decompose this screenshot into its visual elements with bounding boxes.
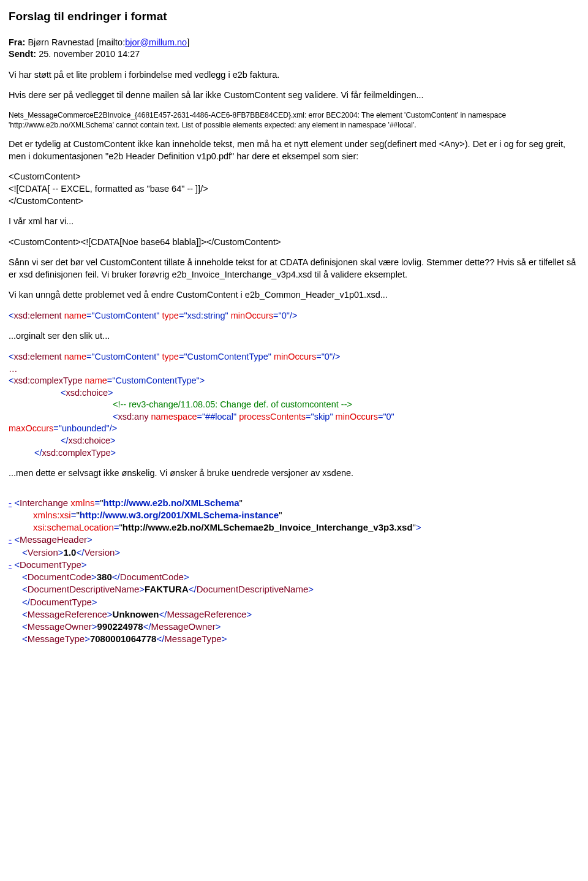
close: /> bbox=[333, 352, 341, 361]
from-line: Fra: Bjørn Ravnestad [mailto:bjor@millum… bbox=[9, 37, 583, 49]
paragraph-8: ...men dette er selvsagt ikke ønskelig. … bbox=[9, 467, 583, 480]
cc-open: <CustomContent> bbox=[9, 171, 583, 183]
attr-min: minOccurs bbox=[271, 352, 316, 361]
min-val: "0" bbox=[383, 412, 394, 422]
paragraph-7: ...orginalt ser den slik ut... bbox=[9, 330, 583, 342]
xmlns-val: http://www.e2b.no/XMLSchema bbox=[104, 497, 239, 508]
docdesc-tag: DocumentDescriptiveName bbox=[197, 584, 309, 594]
docdesc-val: FAKTURA bbox=[145, 584, 189, 594]
doctype-open: - <DocumentType> bbox=[9, 559, 583, 571]
version-line: <Version>1.0</Version> bbox=[9, 546, 583, 559]
paragraph-6: Vi kan unngå dette problemet ved å endre… bbox=[9, 289, 583, 301]
from-label: Fra: bbox=[9, 37, 25, 47]
msgref-val: Unknowen bbox=[113, 609, 159, 619]
attr-name: name bbox=[62, 352, 86, 361]
msgtype-line: <MessageType>7080001064778</MessageType> bbox=[9, 633, 583, 645]
eq: = bbox=[273, 311, 278, 320]
max-attr: maxOccurs bbox=[9, 423, 53, 433]
ct-name-val: "CustomContentType" bbox=[112, 376, 199, 385]
elem: xsd:element bbox=[13, 311, 61, 320]
doccode-tag: DocumentCode bbox=[28, 572, 91, 582]
choice: xsd:choice bbox=[69, 436, 111, 445]
attr-val: "CustomContent" bbox=[91, 352, 159, 361]
xsd-any: <xsd:any namespace="##local" processCont… bbox=[9, 411, 583, 423]
collapse-toggle[interactable]: - bbox=[9, 534, 12, 545]
pc-attr: processContents bbox=[236, 412, 306, 422]
paragraph-2: Hvis dere ser på vedlegget til denne mai… bbox=[9, 89, 583, 102]
attr-name: name bbox=[83, 376, 107, 385]
dots: … bbox=[9, 363, 583, 376]
schema-loc: xsi:schemaLocation="http://www.e2b.no/XM… bbox=[9, 521, 583, 534]
msgheader-open: - <MessageHeader> bbox=[9, 534, 583, 546]
doccode-line: <DocumentCode>380</DocumentCode> bbox=[9, 571, 583, 583]
xmlnsxsi-attr: xmlns:xsi bbox=[33, 510, 71, 520]
eq: = bbox=[316, 352, 321, 361]
elem: xsd:element bbox=[13, 352, 61, 361]
msgtype-tag: MessageType bbox=[164, 633, 221, 644]
msgowner-line: <MessageOwner>990224978</MessageOwner> bbox=[9, 621, 583, 633]
choice: xsd:choice bbox=[66, 388, 108, 398]
doccode-val: 380 bbox=[97, 572, 112, 582]
interchange-open: - <Interchange xmlns="http://www.e2b.no/… bbox=[9, 497, 583, 509]
sent-value: 25. november 2010 14:27 bbox=[36, 49, 140, 59]
msgowner-tag: MessageOwner bbox=[28, 621, 92, 632]
docdesc-line: <DocumentDescriptiveName>FAKTURA</Docume… bbox=[9, 583, 583, 596]
choice-close: </xsd:choice> bbox=[9, 435, 583, 447]
attr-val: "CustomContent" bbox=[91, 311, 159, 320]
msgref-tag: MessageReference bbox=[28, 609, 107, 619]
attr-name: name bbox=[62, 311, 86, 320]
xsd-any-cont: maxOccurs="unbounded"/> bbox=[9, 423, 583, 435]
schemaloc-attr: xsi:schemaLocation bbox=[33, 522, 114, 532]
mail-suffix: ] bbox=[187, 37, 189, 47]
xmlns-attr: xmlns bbox=[68, 497, 94, 508]
cc-block: <CustomContent> <![CDATA[ -- EXCEL, form… bbox=[9, 171, 583, 207]
msgref-line: <MessageReference>Unknowen</MessageRefer… bbox=[9, 608, 583, 621]
sent-label: Sendt: bbox=[9, 49, 36, 59]
max-val: "unbounded" bbox=[59, 423, 110, 433]
xmlns-xsi: xmlns:xsi="http://www.w3.org/2001/XMLSch… bbox=[9, 509, 583, 521]
doctype-tag: DocumentType bbox=[30, 597, 92, 607]
msgheader-tag: MessageHeader bbox=[20, 534, 87, 545]
cc-cdata: <![CDATA[ -- EXCEL, formatted as "base 6… bbox=[9, 183, 583, 195]
complextype-close: </xsd:complexType> bbox=[9, 447, 583, 459]
msgtype-tag: MessageType bbox=[28, 633, 85, 644]
cc-oneline: <CustomContent><![CDATA[Noe base64 blabl… bbox=[9, 236, 583, 249]
xml-comment: <!-- rev3-change/11.08.05: Change def. o… bbox=[9, 399, 583, 411]
msgref-tag: MessageReference bbox=[167, 609, 246, 619]
xsi-val: http://www.w3.org/2001/XMLSchema-instanc… bbox=[80, 510, 279, 520]
version-tag: Version bbox=[28, 547, 58, 558]
xsd-line-1: <xsd:element name="CustomContent" type="… bbox=[9, 310, 583, 322]
ns-attr: namespace bbox=[148, 412, 197, 422]
from-mail-link[interactable]: bjor@millum.no bbox=[125, 37, 187, 47]
mail-prefix: [mailto: bbox=[96, 37, 125, 47]
complextype-open: <xsd:complexType name="CustomContentType… bbox=[9, 375, 583, 387]
paragraph-1: Vi har støtt på et lite problem i forbin… bbox=[9, 69, 583, 81]
paragraph-4: I vår xml har vi... bbox=[9, 216, 583, 228]
doccode-tag: DocumentCode bbox=[120, 572, 184, 582]
attr-min: minOccurs bbox=[228, 311, 273, 320]
page-title: Forslag til endringer i format bbox=[9, 9, 583, 25]
attr-val: "0" bbox=[279, 311, 290, 320]
docdesc-tag: DocumentDescriptiveName bbox=[28, 584, 140, 594]
attr-type: type bbox=[159, 311, 178, 320]
attr-val: "xsd:string" bbox=[184, 311, 228, 320]
collapse-toggle[interactable]: - bbox=[9, 497, 12, 508]
attr-val: "CustomContentType" bbox=[184, 352, 271, 361]
from-name: Bjørn Ravnestad bbox=[25, 37, 96, 47]
sent-line: Sendt: 25. november 2010 14:27 bbox=[9, 48, 583, 61]
any-elem: xsd:any bbox=[118, 412, 148, 422]
choice-open: <xsd:choice> bbox=[9, 387, 583, 399]
version-val: 1.0 bbox=[64, 547, 77, 558]
version-tag: Version bbox=[84, 547, 115, 558]
paragraph-5: Sånn vi ser det bør vel CustomContent ti… bbox=[9, 257, 583, 281]
interchange-tag: Interchange bbox=[20, 497, 68, 508]
collapse-toggle[interactable]: - bbox=[9, 559, 12, 570]
ct-elem: xsd:complexType bbox=[13, 376, 82, 385]
ns-val: "##local" bbox=[202, 412, 236, 422]
attr-type: type bbox=[159, 352, 178, 361]
error-text: Nets_MessageCommerceE2BInvoice_{4681E457… bbox=[9, 110, 583, 130]
doctype-close: </DocumentType> bbox=[9, 596, 583, 608]
ct-elem: xsd:complexType bbox=[42, 448, 111, 458]
msgowner-tag: MessageOwner bbox=[151, 621, 216, 632]
xsd-line-2: <xsd:element name="CustomContent" type="… bbox=[9, 351, 583, 363]
